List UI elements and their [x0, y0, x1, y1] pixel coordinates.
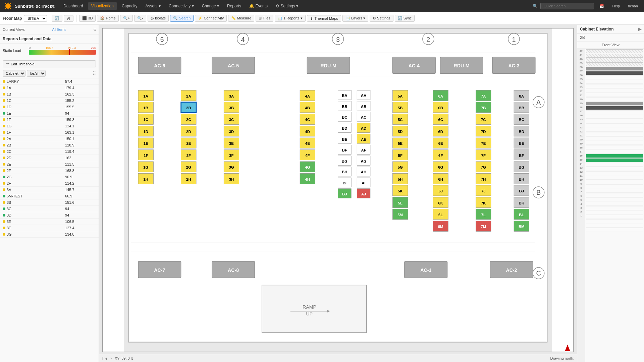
cabinet-value: 162.3	[62, 91, 99, 98]
svg-text:1H: 1H	[144, 177, 148, 181]
status-dot	[3, 131, 5, 134]
cabinet-name: 5M-TEST	[7, 194, 22, 198]
zoom-out-button[interactable]: 🔍-	[134, 15, 146, 22]
table-row[interactable]: 3C 94	[0, 206, 99, 212]
reports-button[interactable]: 📊 1 Reports ▾	[275, 15, 306, 22]
site-selector[interactable]: SITE A	[24, 15, 47, 22]
map-area[interactable]: 5 4 3 2 1 A B C AC-6	[99, 25, 577, 362]
front-view-label: Front View	[577, 42, 644, 49]
sync-button[interactable]: 🔄 Sync	[395, 15, 415, 22]
cabinet-value: 90.9	[62, 174, 99, 180]
nav-capacity[interactable]: Capacity	[118, 2, 141, 10]
rack-slot	[586, 128, 643, 132]
svg-text:2D: 2D	[186, 130, 191, 134]
table-row[interactable]: 3A 145.7	[0, 187, 99, 193]
brand-name: Sunbird® dcTrack®	[15, 4, 55, 9]
svg-line-6	[10, 8, 11, 9]
unit-label: 39	[580, 61, 583, 65]
svg-text:1D: 1D	[144, 130, 148, 134]
nav-visualization[interactable]: Visualization	[88, 2, 117, 10]
zoom-in-button[interactable]: 🔍+	[120, 15, 133, 22]
refresh-button[interactable]: 🔄	[52, 15, 62, 22]
home-button[interactable]: 🏠 Home	[97, 15, 118, 22]
drag-handle[interactable]: ⠿	[93, 71, 96, 76]
table-row[interactable]: 1E 94	[0, 110, 99, 117]
collapse-panel-button[interactable]: «	[93, 27, 96, 32]
svg-text:BE: BE	[342, 137, 347, 141]
unit-label: 17	[580, 150, 583, 154]
cabinet-value: 106.5	[62, 219, 99, 225]
search-button[interactable]: 🔍 Search	[170, 15, 194, 22]
svg-text:BM: BM	[519, 225, 525, 229]
svg-text:AC-7: AC-7	[154, 267, 165, 273]
table-row[interactable]: LARRY 57.4	[0, 78, 99, 85]
unit-column-select[interactable]: lbs/sf	[27, 70, 46, 77]
svg-text:2B: 2B	[186, 106, 191, 110]
floor-map-label: Floor Map	[3, 16, 22, 21]
svg-text:7G: 7G	[481, 165, 486, 169]
floor-plan-canvas[interactable]: 5 4 3 2 1 A B C AC-6	[102, 28, 574, 352]
table-row[interactable]: 1D 155.5	[0, 104, 99, 110]
svg-line-7	[10, 3, 11, 4]
user-menu[interactable]: hchan	[625, 3, 641, 9]
table-row[interactable]: 1A 179.4	[0, 85, 99, 91]
all-items-link[interactable]: All Items	[52, 27, 66, 32]
table-row[interactable]: 3G 134.8	[0, 231, 99, 238]
top-navigation: Sunbird® dcTrack® Dashboard Visualizatio…	[0, 0, 644, 12]
nav-assets[interactable]: Assets ▾	[142, 2, 164, 10]
table-row[interactable]: 2E 111.5	[0, 161, 99, 168]
cabinet-column-select[interactable]: Cabinet	[3, 70, 25, 77]
main-layout: Current View: All Items « Reports Legend…	[0, 25, 644, 362]
rack-slot	[586, 88, 643, 93]
status-dot	[3, 176, 5, 178]
table-row[interactable]: 1F 159.3	[0, 117, 99, 123]
svg-text:4B: 4B	[305, 106, 310, 110]
table-row[interactable]: 3D 94	[0, 212, 99, 219]
svg-line-8	[5, 8, 6, 9]
3d-button[interactable]: ⬛ 3D	[79, 15, 96, 22]
table-row[interactable]: 2D 162	[0, 155, 99, 161]
help-button[interactable]: Help	[609, 3, 623, 9]
table-row[interactable]: 3F 127.4	[0, 225, 99, 231]
nav-settings[interactable]: ⚙ Settings ▾	[272, 2, 302, 10]
table-row[interactable]: 2H 114.2	[0, 180, 99, 187]
nav-dashboard[interactable]: Dashboard	[60, 2, 87, 10]
layers-button[interactable]: 📑 Layers ▾	[342, 15, 368, 22]
nav-events[interactable]: 🔔 Events	[246, 2, 271, 10]
unit-label: 28	[580, 106, 583, 110]
settings-button[interactable]: ⚙ Settings	[370, 15, 393, 22]
rack-slot	[586, 193, 643, 197]
expand-right-panel-button[interactable]: ▶	[638, 27, 641, 32]
table-row[interactable]: 3E 106.5	[0, 219, 99, 225]
nav-reports[interactable]: Reports	[224, 2, 245, 10]
table-row[interactable]: 2A 150.1	[0, 136, 99, 142]
table-row[interactable]: 2B 128.9	[0, 142, 99, 148]
table-row[interactable]: 2G 90.9	[0, 174, 99, 180]
quick-search-input[interactable]	[540, 3, 594, 9]
rack-slot	[586, 184, 643, 188]
print-button[interactable]: 🖨	[64, 15, 73, 22]
connectivity-button[interactable]: ⚡ Connectivity	[195, 15, 227, 22]
nav-change[interactable]: Change ▾	[199, 2, 222, 10]
calendar-icon[interactable]: 📅	[597, 3, 607, 9]
svg-text:BJ: BJ	[519, 189, 524, 193]
table-row[interactable]: 1B 162.3	[0, 91, 99, 98]
table-row[interactable]: 1G 124.1	[0, 123, 99, 129]
thermal-maps-button[interactable]: 🌡 Thermal Maps	[307, 15, 341, 22]
tiles-button[interactable]: ⊞ Tiles	[256, 15, 273, 22]
table-row[interactable]: 1C 155.2	[0, 98, 99, 104]
isolate-button[interactable]: ◎ Isolate	[148, 15, 169, 22]
edit-threshold-button[interactable]: ✏ Edit Threshold	[3, 60, 96, 67]
svg-text:1A: 1A	[144, 94, 148, 98]
rack-slot	[586, 145, 643, 149]
measure-button[interactable]: 📏 Measure	[228, 15, 254, 22]
table-row[interactable]: 5M-TEST 66.9	[0, 193, 99, 199]
table-row[interactable]: 3B 151.6	[0, 199, 99, 206]
table-row[interactable]: 1H 163.1	[0, 129, 99, 136]
cabinet-elevation-title: Cabinet Elevation	[580, 27, 614, 32]
table-row[interactable]: 2F 168.8	[0, 168, 99, 174]
svg-text:7L: 7L	[481, 213, 486, 217]
current-view-bar: Current View: All Items «	[0, 25, 99, 35]
nav-connectivity[interactable]: Connectivity ▾	[165, 2, 197, 10]
table-row[interactable]: 2C 119.4	[0, 148, 99, 155]
